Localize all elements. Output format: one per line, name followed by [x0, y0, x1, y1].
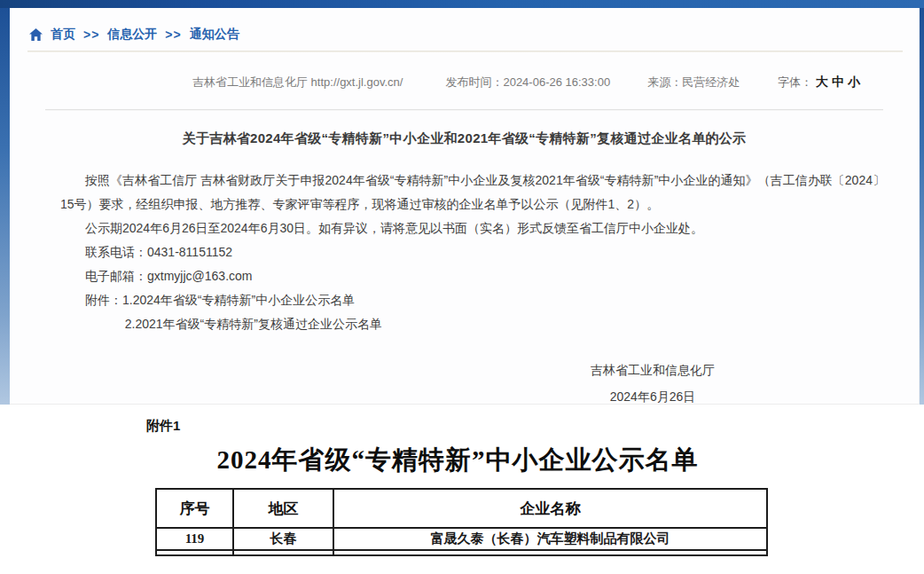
- breadcrumb-info-disclosure[interactable]: 信息公开: [107, 27, 157, 43]
- signature-block: 吉林省工业和信息化厅 2024年6月26日: [591, 357, 715, 410]
- breadcrumb-divider: [27, 51, 903, 52]
- attachment-inner: 附件1 2024年省级“专精特新”中小企业公示名单 序号 地区 企业名称 119…: [146, 405, 769, 556]
- contact-email: 电子邮箱：gxtmyjjc@163.com: [60, 264, 885, 288]
- breadcrumb-separator: >>: [83, 28, 99, 42]
- cell-company-name: 富晟久泰（长春）汽车塑料制品有限公司: [333, 528, 767, 550]
- publish-time: 发布时间：2024-06-26 16:33:00: [445, 75, 610, 90]
- company-list-table: 序号 地区 企业名称 119 长春 富晟久泰（长春）汽车塑料制品有限公司: [155, 488, 768, 556]
- attachment-list-item-1: 附件：1.2024年省级“专精特新”中小企业公示名单: [60, 288, 885, 312]
- breadcrumb: 首页 >> 信息公开 >> 通知公告: [10, 8, 919, 43]
- attachment-document: 附件1 2024年省级“专精特新”中小企业公示名单 序号 地区 企业名称 119…: [0, 405, 924, 574]
- source-site: 吉林省工业和信息化厅 http://gxt.jl.gov.cn/: [192, 75, 403, 90]
- paragraph-publicity-period: 公示期2024年6月26日至2024年6月30日。如有异议，请将意见以书面（实名…: [60, 216, 885, 240]
- header-serial-number: 序号: [156, 489, 233, 528]
- breadcrumb-home[interactable]: 首页: [51, 27, 75, 43]
- attachment-title: 2024年省级“专精特新”中小企业公示名单: [146, 443, 769, 478]
- font-size-large-button[interactable]: 大: [816, 75, 828, 89]
- signature-department: 吉林省工业和信息化厅: [591, 357, 715, 383]
- font-size-small-button[interactable]: 小: [848, 75, 860, 89]
- table-row: 119 长春 富晟久泰（长春）汽车塑料制品有限公司: [156, 528, 767, 550]
- origin-department: 来源：民营经济处: [647, 75, 740, 90]
- top-blue-bar: [0, 0, 924, 8]
- paragraph-basis: 按照《吉林省工信厅 吉林省财政厅关于申报2024年省级“专精特新”中小企业及复核…: [60, 169, 885, 216]
- meta-divider: [45, 109, 883, 110]
- article-title: 关于吉林省2024年省级“专精特新”中小企业和2021年省级“专精特新”复核通过…: [10, 130, 919, 147]
- breadcrumb-notices[interactable]: 通知公告: [190, 27, 239, 43]
- table-header-row: 序号 地区 企业名称: [156, 489, 767, 528]
- header-region: 地区: [233, 489, 333, 528]
- table-row-cutoff: [156, 550, 767, 555]
- cell-region: 长春: [233, 528, 333, 550]
- home-icon[interactable]: [29, 28, 43, 41]
- breadcrumb-separator: >>: [165, 28, 181, 42]
- font-size-control: 字体：大中小: [778, 75, 860, 90]
- font-size-medium-button[interactable]: 中: [832, 75, 844, 89]
- notice-page: 首页 >> 信息公开 >> 通知公告 吉林省工业和信息化厅 http://gxt…: [0, 0, 924, 574]
- article-body: 按照《吉林省工信厅 吉林省财政厅关于申报2024年省级“专精特新”中小企业及复核…: [60, 169, 885, 410]
- contact-phone: 联系电话：0431-81151152: [60, 240, 885, 264]
- cell-serial-number: 119: [156, 528, 233, 550]
- header-company-name: 企业名称: [333, 489, 767, 528]
- attachment-label: 附件1: [146, 405, 769, 435]
- attachment-list-item-2: 2.2021年省级“专精特新”复核通过企业公示名单: [60, 312, 885, 336]
- content-panel: 首页 >> 信息公开 >> 通知公告 吉林省工业和信息化厅 http://gxt…: [10, 8, 920, 405]
- article-meta-row: 吉林省工业和信息化厅 http://gxt.jl.gov.cn/ 发布时间：20…: [10, 75, 919, 90]
